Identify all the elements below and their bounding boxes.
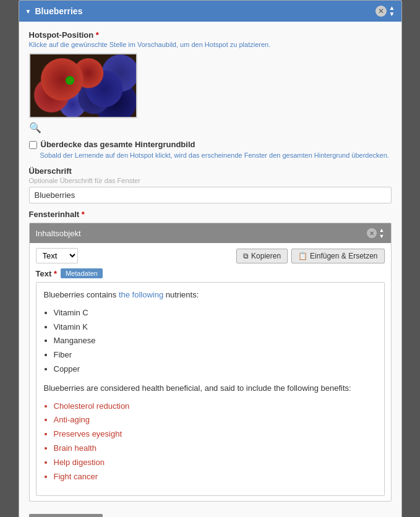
panel-body: Hotspot-Position * Klicke auf die gewüns… — [19, 22, 401, 517]
hotspot-hint: Klicke auf die gewünschte Stelle im Vors… — [29, 41, 392, 48]
list-item: Cholesterol reduction — [54, 400, 377, 413]
inhalt-close-button[interactable]: ✕ — [367, 228, 377, 238]
hotspot-position-label: Hotspot-Position * — [29, 30, 392, 40]
rich-text-area[interactable]: Blueberries contains the following nutri… — [36, 282, 385, 496]
list-item: Preserves eyesight — [54, 428, 377, 441]
main-panel: ▼ Blueberries ✕ ▲ ▼ Hotspot-Position * K… — [19, 0, 402, 517]
list-item: Anti-aging — [54, 414, 377, 427]
text-field-label: Text * — [36, 269, 57, 278]
copy-button[interactable]: ⧉ Kopieren — [236, 249, 288, 263]
add-item-button[interactable]: item hinzufügen — [29, 514, 103, 517]
metadata-button[interactable]: Metadaten — [61, 268, 103, 278]
paste-icon: 📋 — [298, 252, 307, 260]
hotspot-image-container[interactable] — [29, 53, 137, 118]
type-select-wrapper: Text Bild Video — [36, 248, 78, 263]
hotspot-marker[interactable] — [66, 76, 74, 85]
rt-benefits-list: Cholesterol reduction Anti-aging Preserv… — [54, 400, 377, 484]
inhalt-scroll-up-icon[interactable]: ▲ — [379, 227, 385, 233]
inhalt-header-label: Inhaltsobjekt — [36, 229, 81, 238]
list-item: Manganese — [54, 335, 377, 348]
panel-title: Blueberries — [35, 6, 82, 16]
paste-label: Einfügen & Ersetzen — [310, 252, 377, 260]
list-item: Vitamin C — [54, 307, 377, 320]
copy-label: Kopieren — [251, 252, 281, 260]
hotspot-preview-image[interactable] — [29, 53, 137, 118]
panel-header: ▼ Blueberries ✕ ▲ ▼ — [19, 1, 401, 22]
list-item: Vitamin K — [54, 321, 377, 334]
fensterinhalt-required-star: * — [82, 210, 85, 219]
rt-link: the following — [119, 290, 163, 299]
panel-close-button[interactable]: ✕ — [375, 6, 387, 17]
rt-nutrients-list: Vitamin C Vitamin K Manganese Fiber Copp… — [54, 307, 377, 376]
toolbar-row: Text Bild Video ⧉ Kopieren 📋 — [36, 248, 385, 263]
list-item: Fight cancer — [54, 471, 377, 484]
copy-icon: ⧉ — [243, 252, 249, 260]
cover-checkbox-label: Überdecke das gesamte Hintergrundbild — [41, 140, 195, 149]
inhalt-header: Inhaltsobjekt ✕ ▲ ▼ — [30, 223, 391, 243]
cover-checkbox[interactable] — [29, 141, 37, 149]
ueberschrift-optional-hint: Optionale Überschrift für das Fenster — [29, 177, 392, 184]
inhalt-box: Inhaltsobjekt ✕ ▲ ▼ Text — [29, 223, 392, 502]
inhalt-body: Text Bild Video ⧉ Kopieren 📋 — [30, 243, 391, 501]
list-item: Help digestion — [54, 456, 377, 469]
fensterinhalt-label: Fensterinhalt * — [29, 210, 392, 219]
zoom-icon[interactable]: 🔍 — [29, 122, 41, 133]
cover-checkbox-hint: Sobald der Lernende auf den Hotspot klic… — [40, 152, 392, 159]
text-required-star: * — [54, 269, 57, 278]
list-item: Fiber — [54, 349, 377, 362]
fensterinhalt-section: Fensterinhalt * Inhaltsobjekt ✕ ▲ ▼ — [29, 210, 392, 502]
required-star: * — [96, 30, 99, 40]
zoom-row: 🔍 — [29, 122, 392, 134]
berry-background — [30, 54, 136, 117]
ueberschrift-label: Überschrift — [29, 166, 392, 176]
ueberschrift-input[interactable] — [29, 187, 392, 203]
panel-header-left: ▼ Blueberries — [25, 6, 83, 16]
text-field-row: Text * Metadaten — [36, 268, 385, 278]
paste-replace-button[interactable]: 📋 Einfügen & Ersetzen — [291, 249, 384, 263]
list-item: Copper — [54, 363, 377, 376]
ueberschrift-section: Überschrift Optionale Überschrift für da… — [29, 166, 392, 203]
collapse-arrow-icon[interactable]: ▼ — [25, 8, 32, 15]
type-select[interactable]: Text Bild Video — [36, 248, 78, 263]
cover-checkbox-row: Überdecke das gesamte Hintergrundbild — [29, 140, 392, 149]
panel-scroll-arrows: ▲ ▼ — [389, 5, 395, 17]
scroll-down-icon[interactable]: ▼ — [389, 11, 395, 17]
inhalt-scroll-down-icon[interactable]: ▼ — [379, 233, 385, 239]
btn-group: ⧉ Kopieren 📋 Einfügen & Ersetzen — [236, 249, 384, 263]
hotspot-position-section: Hotspot-Position * Klicke auf die gewüns… — [29, 30, 392, 134]
rt-intro2: Blueberries are considered health benefi… — [44, 382, 377, 395]
rt-intro1: Blueberries contains the following nutri… — [44, 289, 377, 302]
list-item: Brain health — [54, 442, 377, 455]
panel-header-right: ✕ ▲ ▼ — [375, 5, 395, 17]
